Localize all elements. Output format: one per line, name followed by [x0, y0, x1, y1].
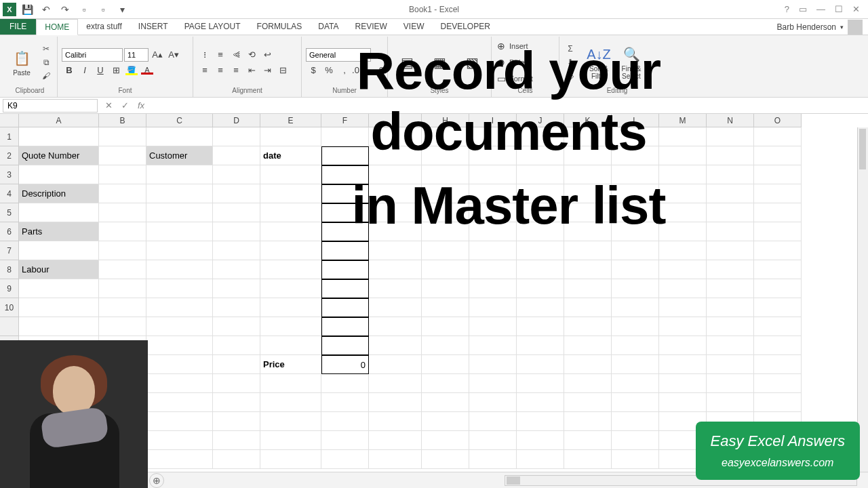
cell[interactable] — [612, 450, 659, 469]
cell[interactable] — [146, 222, 213, 241]
row-header[interactable]: 7 — [0, 241, 19, 260]
cell[interactable] — [517, 431, 564, 450]
clear-icon[interactable]: ◇ — [564, 70, 577, 82]
column-header[interactable]: J — [517, 114, 564, 127]
cell[interactable] — [321, 222, 369, 241]
cell[interactable] — [612, 146, 659, 165]
cell[interactable] — [321, 165, 369, 184]
cell[interactable] — [564, 298, 612, 317]
cell[interactable] — [19, 165, 99, 184]
cell[interactable] — [369, 431, 422, 450]
cell[interactable] — [754, 260, 802, 279]
cell[interactable] — [469, 127, 517, 146]
cell[interactable] — [422, 393, 469, 412]
new-sheet-button[interactable]: ⊕ — [149, 473, 164, 488]
cell[interactable] — [146, 165, 213, 184]
cell[interactable] — [321, 374, 369, 393]
cell[interactable] — [369, 412, 422, 431]
cell[interactable] — [260, 222, 321, 241]
cell[interactable] — [707, 146, 754, 165]
cell[interactable] — [659, 184, 707, 203]
cell[interactable] — [321, 146, 369, 165]
cell[interactable]: Quote Number — [19, 146, 99, 165]
cell[interactable] — [564, 393, 612, 412]
row-header[interactable]: 10 — [0, 298, 19, 317]
cell[interactable] — [260, 298, 321, 317]
cell[interactable] — [146, 355, 213, 374]
align-top-icon[interactable]: ⫶ — [197, 48, 212, 62]
cell[interactable] — [369, 241, 422, 260]
cell[interactable] — [469, 317, 517, 336]
cell[interactable] — [707, 298, 754, 317]
cell[interactable] — [260, 203, 321, 222]
cell[interactable] — [213, 374, 260, 393]
cell[interactable] — [707, 317, 754, 336]
cell[interactable] — [321, 393, 369, 412]
cell[interactable] — [564, 241, 612, 260]
cell[interactable] — [369, 393, 422, 412]
cell[interactable] — [754, 393, 802, 412]
cell[interactable] — [612, 355, 659, 374]
cell[interactable] — [754, 241, 802, 260]
cell[interactable] — [422, 260, 469, 279]
delete-cells-button[interactable]: ⊖Delete — [496, 56, 555, 69]
cell[interactable] — [469, 450, 517, 469]
cell[interactable] — [517, 279, 564, 298]
cell[interactable] — [469, 431, 517, 450]
tab-page-layout[interactable]: PAGE LAYOUT — [176, 18, 249, 35]
cell[interactable] — [213, 222, 260, 241]
name-box[interactable]: K9 — [3, 99, 98, 113]
enter-formula-icon[interactable]: ✓ — [117, 99, 133, 113]
cell[interactable] — [469, 260, 517, 279]
cell[interactable]: Labour — [19, 260, 99, 279]
find-select-button[interactable]: 🔍Find & Select — [616, 38, 646, 87]
cell[interactable] — [707, 279, 754, 298]
cell[interactable] — [422, 450, 469, 469]
cell[interactable] — [612, 127, 659, 146]
cell[interactable] — [564, 355, 612, 374]
cell[interactable] — [369, 298, 422, 317]
cell[interactable] — [517, 374, 564, 393]
column-header[interactable]: I — [469, 114, 517, 127]
cell[interactable] — [146, 260, 213, 279]
cell[interactable] — [369, 222, 422, 241]
cell[interactable] — [422, 431, 469, 450]
cell[interactable] — [213, 393, 260, 412]
cell[interactable] — [659, 260, 707, 279]
cell[interactable] — [754, 203, 802, 222]
align-bottom-icon[interactable]: ⫷ — [229, 48, 243, 62]
format-painter-icon[interactable]: 🖌 — [39, 70, 53, 82]
tab-developer[interactable]: DEVELOPER — [432, 18, 498, 35]
cell[interactable] — [659, 146, 707, 165]
cell[interactable] — [754, 222, 802, 241]
cell[interactable] — [19, 241, 99, 260]
cell[interactable] — [321, 127, 369, 146]
cell[interactable] — [659, 336, 707, 355]
cell[interactable]: Description — [19, 184, 99, 203]
cell[interactable] — [146, 431, 213, 450]
cell[interactable] — [146, 336, 213, 355]
cell[interactable] — [517, 241, 564, 260]
cell[interactable] — [517, 146, 564, 165]
cell[interactable] — [564, 127, 612, 146]
cell[interactable] — [99, 146, 146, 165]
formula-input[interactable] — [149, 99, 868, 113]
cell[interactable] — [19, 317, 99, 336]
cell[interactable] — [754, 127, 802, 146]
cell[interactable] — [260, 241, 321, 260]
cell[interactable] — [469, 241, 517, 260]
cell[interactable] — [469, 184, 517, 203]
cell[interactable] — [321, 317, 369, 336]
cell[interactable] — [213, 146, 260, 165]
cell[interactable] — [260, 450, 321, 469]
cell[interactable] — [321, 298, 369, 317]
cell[interactable] — [422, 279, 469, 298]
cell[interactable] — [564, 146, 612, 165]
column-header[interactable]: D — [213, 114, 260, 127]
cell[interactable] — [469, 336, 517, 355]
tab-extra-stuff[interactable]: extra stuff — [78, 18, 130, 35]
cell[interactable] — [260, 393, 321, 412]
cell[interactable] — [517, 336, 564, 355]
row-header[interactable]: 1 — [0, 127, 19, 146]
qat-btn[interactable]: ▫ — [95, 2, 111, 17]
